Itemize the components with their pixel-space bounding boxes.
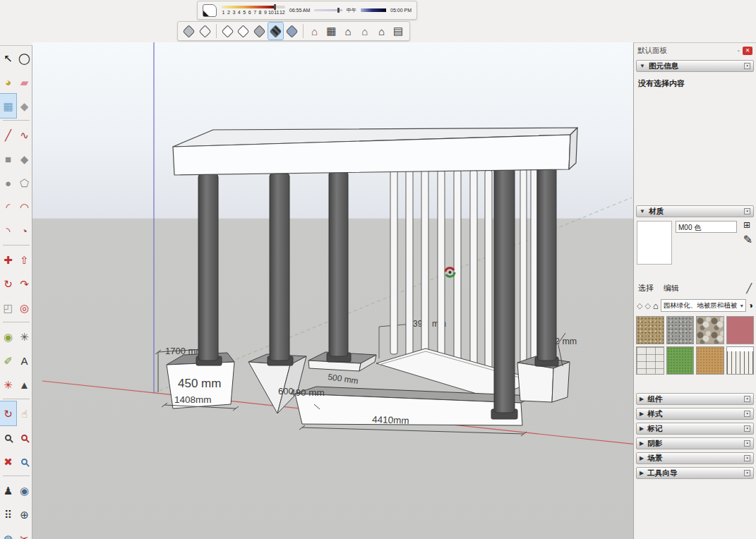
material-swatch-gravel-brown[interactable] xyxy=(636,316,664,344)
baluster[interactable] xyxy=(454,170,461,369)
select-tool[interactable]: ↖ xyxy=(0,46,16,70)
tab-edit[interactable]: 编辑 xyxy=(664,283,679,293)
back-view-button[interactable]: ⌂ xyxy=(357,23,373,40)
material-name-field[interactable]: M00 色 xyxy=(676,221,737,233)
column[interactable] xyxy=(494,168,515,413)
section-menu-button[interactable]: ▪ xyxy=(744,455,750,461)
move-tool[interactable]: ✚ xyxy=(0,248,16,272)
freehand-tool[interactable]: ∿ xyxy=(16,123,32,147)
text-tool[interactable]: A xyxy=(16,349,32,373)
pin-icon[interactable]: ◦ xyxy=(738,47,740,54)
material-swatch-groundcover-tan[interactable] xyxy=(696,346,724,375)
material-collection-dropdown[interactable]: 园林绿化、地被层和植被 ▾ xyxy=(661,299,746,312)
xray-style-button[interactable] xyxy=(181,23,196,40)
shaded-style-button[interactable] xyxy=(252,23,267,40)
baluster[interactable] xyxy=(421,169,428,363)
tray-section-组件[interactable]: ▶组件▪ xyxy=(636,393,754,405)
eraser-tool[interactable]: ▰ xyxy=(16,70,32,94)
create-material-button[interactable]: ⊞ xyxy=(743,221,750,229)
material-swatch-stone-rose[interactable] xyxy=(726,316,755,344)
shadows-toggle-button[interactable] xyxy=(203,4,217,17)
section-fill-tool[interactable]: ◍ xyxy=(0,526,16,539)
material-swatch-gravel-gray[interactable] xyxy=(666,316,695,344)
hidden-line-style-button[interactable] xyxy=(236,23,251,40)
zoom-tool[interactable] xyxy=(0,425,16,449)
material-swatch-fence-white[interactable] xyxy=(726,346,755,375)
dimension-tool[interactable]: ✐ xyxy=(0,349,16,373)
paint-brush-icon[interactable]: ✐ xyxy=(741,234,752,243)
section-menu-button[interactable]: ▪ xyxy=(744,470,750,476)
section-plane-tool[interactable]: ⊕ xyxy=(16,502,32,526)
baluster[interactable] xyxy=(438,170,445,366)
paint-bucket-tool[interactable]: ◕ xyxy=(0,70,16,94)
model-canvas[interactable]: 39 mm 1700 mm xyxy=(32,42,633,539)
offset-tool[interactable]: ◎ xyxy=(16,296,32,320)
scale-tool[interactable]: ◰ xyxy=(0,296,16,320)
section-menu-button[interactable]: ▪ xyxy=(744,63,750,69)
follow-me-tool[interactable]: ↷ xyxy=(16,272,32,296)
column[interactable] xyxy=(537,166,556,361)
tray-section-场景[interactable]: ▶场景▪ xyxy=(636,452,754,464)
zoom-extents-tool[interactable]: ✖ xyxy=(0,449,16,473)
home-icon[interactable]: ⌂ xyxy=(653,301,659,311)
arc-tool[interactable]: ◜ xyxy=(0,195,16,219)
rotated-rectangle-tool[interactable]: ◆ xyxy=(16,147,32,171)
shadow-date-slider[interactable]: 123456789101112 xyxy=(221,6,285,15)
position-camera-tool[interactable]: ♟ xyxy=(0,478,16,502)
shadow-date-handle[interactable] xyxy=(274,4,276,10)
forward-arrow-icon[interactable]: ◇ xyxy=(644,301,650,310)
back-edges-style-button[interactable] xyxy=(198,23,212,40)
shadow-date-track[interactable] xyxy=(221,6,285,8)
column[interactable] xyxy=(329,171,348,356)
line-tool[interactable]: ╱ xyxy=(0,123,16,147)
columns[interactable] xyxy=(196,166,558,419)
protractor-tool[interactable]: ✳ xyxy=(16,325,32,349)
monochrome-style-button[interactable] xyxy=(284,23,299,40)
section-menu-button[interactable]: ▪ xyxy=(744,396,750,402)
section-menu-button[interactable]: ▪ xyxy=(744,440,750,447)
tray-section-阴影[interactable]: ▶阴影▪ xyxy=(636,437,754,449)
baluster[interactable] xyxy=(390,169,397,354)
push-pull-tool[interactable]: ⇧ xyxy=(16,248,32,272)
tray-section-标记[interactable]: ▶标记▪ xyxy=(636,423,754,435)
rotate-tool[interactable]: ↻ xyxy=(0,272,16,296)
material-swatch-pebbles[interactable] xyxy=(696,316,724,344)
baluster[interactable] xyxy=(470,170,477,372)
column[interactable] xyxy=(270,174,289,361)
look-around-tool[interactable]: ◉ xyxy=(16,478,32,502)
front-view-button[interactable]: ⌂ xyxy=(340,23,356,40)
pie-tool[interactable]: ◔ xyxy=(16,219,32,243)
orbit-tool[interactable]: ↻ xyxy=(0,401,16,425)
walk-tool[interactable]: ⠿ xyxy=(0,502,16,526)
pan-tool[interactable]: ☝ xyxy=(16,401,32,425)
tab-select[interactable]: 选择 xyxy=(638,283,654,293)
zoom-window-tool[interactable] xyxy=(16,425,32,449)
axes-tool[interactable]: ✳ xyxy=(0,373,16,396)
iso-view-button[interactable]: ⌂ xyxy=(307,23,323,40)
lasso-select-tool[interactable]: ◯ xyxy=(16,46,32,70)
zoom-previous-tool[interactable] xyxy=(16,449,32,473)
top-slab[interactable] xyxy=(173,128,577,175)
baluster[interactable] xyxy=(485,170,492,375)
wireframe-style-button[interactable] xyxy=(220,23,235,40)
top-view-button[interactable]: ▦ xyxy=(323,23,339,40)
shaded-with-textures-style-button[interactable] xyxy=(268,23,283,40)
section-menu-button[interactable]: ▪ xyxy=(744,208,750,214)
baluster[interactable] xyxy=(406,169,413,358)
material-swatch-grass-green[interactable] xyxy=(666,346,695,375)
panel-close-button[interactable]: ✕ xyxy=(743,47,752,55)
section-cut-tool[interactable]: ✂ xyxy=(16,526,32,539)
tray-section-样式[interactable]: ▶样式▪ xyxy=(636,408,754,420)
three-point-arc-tool[interactable]: ◝ xyxy=(0,219,16,243)
baluster[interactable] xyxy=(520,169,527,393)
left-view-button[interactable]: ⌂ xyxy=(374,23,390,40)
shadow-time-track-evening[interactable] xyxy=(361,8,386,12)
tray-section-工具向导[interactable]: ▶工具向导▪ xyxy=(636,467,754,479)
plane-tool[interactable]: ◆ xyxy=(16,94,32,118)
section-menu-button[interactable]: ▪ xyxy=(744,411,750,417)
shadow-time-handle[interactable] xyxy=(337,8,340,13)
entity-info-header[interactable]: ▼ 图元信息 ▪ xyxy=(636,60,754,72)
column[interactable] xyxy=(198,174,218,361)
circle-tool[interactable]: ● xyxy=(0,171,16,195)
sample-paint-icon[interactable]: ╱ xyxy=(746,283,752,293)
